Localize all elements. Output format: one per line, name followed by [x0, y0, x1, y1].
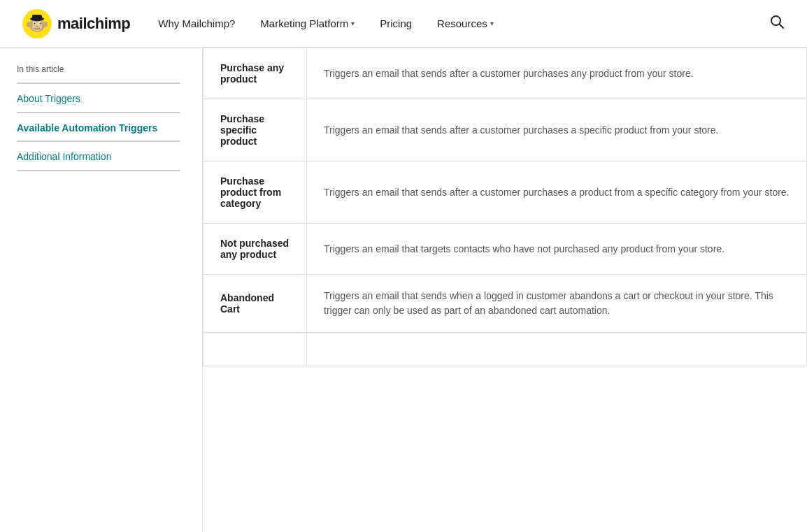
sidebar-divider-mid2	[17, 141, 180, 142]
sidebar-group-available: Available Automation Triggers	[17, 122, 180, 136]
chevron-down-icon: ▾	[351, 20, 355, 27]
trigger-name-cell	[203, 333, 307, 366]
search-button[interactable]	[769, 14, 785, 33]
mailchimp-logo-icon	[22, 9, 52, 38]
sidebar-group-additional: Additional Information	[17, 150, 180, 164]
trigger-desc-cell: Triggers an email that sends after a cus…	[307, 161, 807, 224]
trigger-desc-cell: Triggers an email that sends after a cus…	[307, 99, 807, 161]
table-row: Purchase any product Triggers an email t…	[203, 48, 807, 99]
trigger-name-cell: Abandoned Cart	[203, 275, 307, 333]
sidebar: In this article About Triggers Available…	[0, 48, 203, 532]
logo[interactable]: mailchimp	[22, 9, 130, 38]
trigger-desc-cell: Triggers an email that targets contacts …	[307, 224, 807, 275]
svg-point-6	[40, 22, 41, 24]
sidebar-item-additional-information[interactable]: Additional Information	[17, 150, 180, 164]
svg-point-11	[36, 25, 38, 27]
navbar-links: Why Mailchimp? Marketing Platform ▾ Pric…	[158, 17, 769, 29]
navbar: mailchimp Why Mailchimp? Marketing Platf…	[0, 0, 807, 48]
sidebar-divider-bottom	[17, 170, 180, 171]
nav-resources[interactable]: Resources ▾	[437, 17, 494, 29]
sidebar-item-available-triggers[interactable]: Available Automation Triggers	[17, 122, 180, 136]
sidebar-divider-mid1	[17, 112, 180, 113]
nav-why-mailchimp[interactable]: Why Mailchimp?	[158, 17, 235, 29]
sidebar-item-about-triggers[interactable]: About Triggers	[17, 92, 180, 106]
triggers-table: Purchase any product Triggers an email t…	[203, 48, 807, 366]
nav-pricing[interactable]: Pricing	[380, 17, 412, 29]
svg-point-8	[43, 22, 48, 27]
sidebar-group-about: About Triggers	[17, 92, 180, 106]
trigger-name-cell: Purchase product from category	[203, 161, 307, 224]
logo-text: mailchimp	[57, 15, 130, 33]
table-row	[203, 333, 807, 366]
svg-point-5	[34, 22, 36, 24]
svg-rect-10	[32, 15, 42, 20]
trigger-name-cell: Purchase specific product	[203, 99, 307, 161]
trigger-desc-cell	[307, 333, 807, 366]
table-row: Not purchased any product Triggers an em…	[203, 224, 807, 275]
search-icon	[769, 14, 785, 29]
trigger-name-cell: Purchase any product	[203, 48, 307, 99]
main-content: Purchase any product Triggers an email t…	[203, 48, 807, 532]
trigger-name-cell: Not purchased any product	[203, 224, 307, 275]
chevron-down-icon: ▾	[490, 20, 494, 27]
table-row: Purchase product from category Triggers …	[203, 161, 807, 224]
svg-line-13	[780, 24, 784, 29]
trigger-desc-cell: Triggers an email that sends after a cus…	[307, 48, 807, 99]
table-row: Abandoned Cart Triggers an email that se…	[203, 275, 807, 333]
in-this-article-label: In this article	[17, 64, 180, 74]
table-row: Purchase specific product Triggers an em…	[203, 99, 807, 161]
page-layout: In this article About Triggers Available…	[0, 48, 807, 532]
sidebar-divider-top	[17, 82, 180, 84]
nav-marketing-platform[interactable]: Marketing Platform ▾	[260, 17, 355, 29]
trigger-desc-cell: Triggers an email that sends when a logg…	[307, 275, 807, 333]
svg-point-7	[27, 22, 31, 27]
